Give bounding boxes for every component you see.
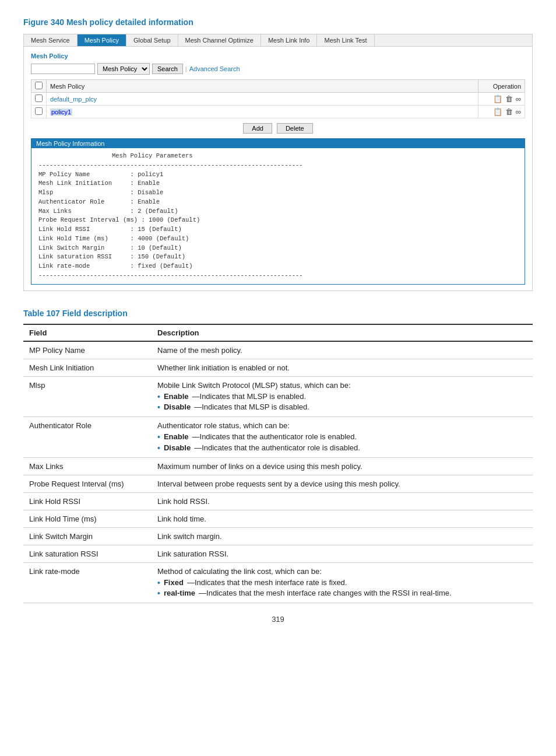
- bullet-item: Enable—Indicates that MLSP is enabled.: [157, 392, 527, 402]
- desc-table-row: Link rate-modeMethod of calculating the …: [23, 562, 533, 603]
- desc-description-cell: Link hold RSSI.: [152, 492, 533, 510]
- tab-mesh-service[interactable]: Mesh Service: [24, 34, 78, 46]
- link-icon-1[interactable]: ∞: [516, 94, 521, 103]
- select-all-checkbox[interactable]: [35, 82, 43, 89]
- delete-icon-1[interactable]: 🗑: [505, 94, 513, 103]
- section-label: Mesh Policy: [31, 52, 525, 60]
- desc-field-cell: Link saturation RSSI: [23, 545, 152, 562]
- search-dropdown[interactable]: Mesh Policy: [97, 63, 150, 75]
- desc-description-cell: Whether link initiation is enabled or no…: [152, 359, 533, 376]
- desc-description-cell: Authenticator role status, which can be:…: [152, 417, 533, 458]
- desc-table-row: Authenticator RoleAuthenticator role sta…: [23, 417, 533, 458]
- desc-field-cell: Link Hold Time (ms): [23, 510, 152, 527]
- desc-table-row: Max LinksMaximum number of links on a de…: [23, 457, 533, 475]
- desc-description-cell: Link saturation RSSI.: [152, 545, 533, 562]
- table107-title: Table 107 Field description: [23, 309, 533, 318]
- desc-table-row: Probe Request Interval (ms)Interval betw…: [23, 475, 533, 492]
- delete-button[interactable]: Delete: [277, 123, 313, 134]
- tab-mesh-policy[interactable]: Mesh Policy: [78, 34, 126, 46]
- desc-description-cell: Interval between probe requests sent by …: [152, 475, 533, 492]
- tab-bar: Mesh Service Mesh Policy Global Setup Me…: [24, 34, 532, 47]
- info-panel-body: Mesh Policy Parameters -----------------…: [31, 148, 525, 284]
- table-row: policy1 📋 🗑 ∞: [31, 106, 525, 118]
- desc-table-row: Mesh Link InitiationWhether link initiat…: [23, 359, 533, 376]
- bullet-item: Enable—Indicates that the authenticator …: [157, 432, 527, 442]
- policy-link-1[interactable]: default_mp_plcy: [50, 96, 97, 103]
- desc-table-row: Link Hold RSSILink hold RSSI.: [23, 492, 533, 510]
- bullet-item: Fixed—Indicates that the mesh interface …: [157, 578, 527, 588]
- desc-field-cell: Max Links: [23, 457, 152, 475]
- link-icon-2[interactable]: ∞: [516, 107, 521, 116]
- search-input[interactable]: [31, 64, 95, 74]
- search-button[interactable]: Search: [152, 64, 183, 74]
- desc-field-cell: Link Hold RSSI: [23, 492, 152, 510]
- policy-link-2-selected[interactable]: policy1: [50, 108, 72, 116]
- tab-mesh-link-info[interactable]: Mesh Link Info: [261, 34, 318, 46]
- add-button[interactable]: Add: [243, 123, 272, 134]
- desc-description-cell: Maximum number of links on a device usin…: [152, 457, 533, 475]
- page-number: 319: [23, 615, 533, 624]
- search-bar: Mesh Policy Search | Advanced Search: [31, 63, 525, 75]
- info-panel-title: Mesh Policy Information: [31, 139, 525, 148]
- description-table: Field Description MP Policy NameName of …: [23, 324, 533, 604]
- info-panel: Mesh Policy Information Mesh Policy Para…: [31, 138, 525, 285]
- desc-description-cell: Link switch margin.: [152, 527, 533, 545]
- action-buttons: Add Delete: [31, 123, 525, 134]
- desc-col-field: Field: [23, 324, 152, 341]
- table-row: default_mp_plcy 📋 🗑 ∞: [31, 93, 525, 106]
- col-mesh-policy: Mesh Policy: [47, 80, 478, 93]
- desc-field-cell: Link Switch Margin: [23, 527, 152, 545]
- desc-field-cell: Mlsp: [23, 376, 152, 417]
- desc-table-row: Link saturation RSSILink saturation RSSI…: [23, 545, 533, 562]
- figure-title: Figure 340 Mesh policy detailed informat…: [23, 18, 533, 27]
- ui-box: Mesh Service Mesh Policy Global Setup Me…: [23, 34, 533, 291]
- desc-field-cell: Probe Request Interval (ms): [23, 475, 152, 492]
- desc-field-cell: Authenticator Role: [23, 417, 152, 458]
- separator: |: [185, 65, 187, 72]
- tab-mesh-channel-optimize[interactable]: Mesh Channel Optimize: [178, 34, 261, 46]
- desc-table-row: Link Hold Time (ms)Link hold time.: [23, 510, 533, 527]
- desc-table-row: MP Policy NameName of the mesh policy.: [23, 341, 533, 359]
- desc-col-description: Description: [152, 324, 533, 341]
- bullet-item: real-time—Indicates that the mesh interf…: [157, 589, 527, 598]
- row-checkbox-1[interactable]: [35, 94, 43, 102]
- tab-global-setup[interactable]: Global Setup: [126, 34, 178, 46]
- delete-icon-2[interactable]: 🗑: [505, 107, 513, 116]
- copy-icon-2[interactable]: 📋: [493, 107, 502, 116]
- desc-field-cell: Mesh Link Initiation: [23, 359, 152, 376]
- copy-icon-1[interactable]: 📋: [493, 94, 502, 103]
- desc-field-cell: MP Policy Name: [23, 341, 152, 359]
- row-checkbox-2[interactable]: [35, 107, 43, 115]
- desc-field-cell: Link rate-mode: [23, 562, 152, 603]
- desc-description-cell: Mobile Link Switch Protocol (MLSP) statu…: [152, 376, 533, 417]
- desc-table-row: Link Switch MarginLink switch margin.: [23, 527, 533, 545]
- bullet-item: Disable—Indicates that MLSP is disabled.: [157, 402, 527, 412]
- bullet-item: Disable—Indicates that the authenticator…: [157, 443, 527, 453]
- col-operation: Operation: [478, 80, 525, 93]
- tab-mesh-link-test[interactable]: Mesh Link Test: [317, 34, 374, 46]
- desc-description-cell: Link hold time.: [152, 510, 533, 527]
- desc-description-cell: Method of calculating the link cost, whi…: [152, 562, 533, 603]
- desc-description-cell: Name of the mesh policy.: [152, 341, 533, 359]
- row-ops-2: 📋 🗑 ∞: [478, 106, 525, 118]
- policy-table: Mesh Policy Operation default_mp_plcy 📋 …: [31, 79, 525, 118]
- desc-table-row: MlspMobile Link Switch Protocol (MLSP) s…: [23, 376, 533, 417]
- row-ops-1: 📋 🗑 ∞: [478, 93, 525, 106]
- advanced-search-link[interactable]: Advanced Search: [189, 65, 240, 72]
- ui-content: Mesh Policy Mesh Policy Search | Advance…: [24, 47, 532, 290]
